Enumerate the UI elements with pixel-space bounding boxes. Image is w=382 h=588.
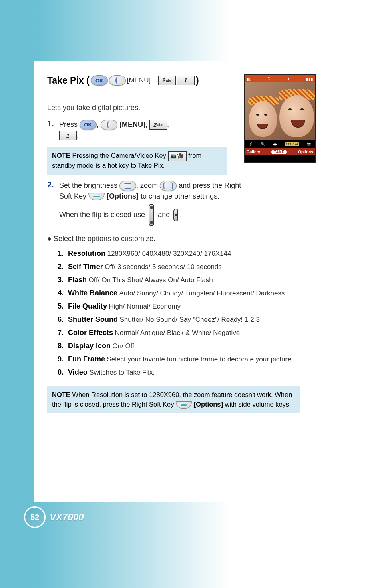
option-title: Display Icon [68, 342, 111, 350]
leftright-nav-key-icon [160, 181, 177, 191]
note-box-2: NOTE When Resolution is set to 1280X960,… [47, 386, 300, 413]
section-title-prefix: Take Pix ( [47, 75, 90, 86]
option-desc: 1280X960/ 640X480/ 320X240/ 176X144 [107, 250, 231, 257]
option-item: 5. File Quality High/ Normal/ Economy [57, 302, 313, 311]
viewfinder: ⚡ 🔍 ◀▶ 176x144 📷 [245, 82, 315, 148]
viewfinder-toolbar: ⚡ 🔍 ◀▶ 176x144 📷 [245, 140, 315, 148]
step1-word-press: Press [59, 120, 78, 128]
controls-hint-a: When the flip is closed use [59, 211, 145, 219]
option-title: Color Effects [68, 329, 113, 337]
camera-video-key-icon: 📷/🎥 [168, 151, 187, 161]
option-title: Shutter Sound [68, 315, 118, 323]
option-item: 9. Fun Frame Select your favorite fun pi… [57, 355, 313, 363]
softkey-center-label: TAKE [271, 150, 287, 154]
key-2-digit: 2 [162, 77, 165, 84]
side-volume-key-icon [149, 204, 154, 226]
step-number: 1. [47, 119, 55, 141]
key-1-digit: 1 [184, 77, 187, 84]
note-label: NOTE [52, 152, 70, 159]
section-title-suffix: ) [196, 75, 199, 86]
option-desc: Auto/ Sunny/ Cloudy/ Tungsten/ Fluoresce… [119, 289, 285, 297]
ok-key-label: OK [95, 78, 103, 84]
step-1: 1. Press OK , [MENU], 2 abc , 1 . [47, 119, 231, 141]
updown-nav-key-icon [119, 181, 136, 191]
note2-text-b: with side volume keys. [225, 401, 291, 408]
right-soft-key-icon [176, 401, 192, 409]
model-label: VX7000 [50, 512, 84, 523]
intro-text: Lets you take digital pictures. [47, 102, 227, 114]
option-item: 4. White Balance Auto/ Sunny/ Cloudy/ Tu… [57, 289, 313, 297]
option-desc: On/ Off [112, 342, 134, 350]
option-item: 2. Self Timer Off/ 3 seconds/ 5 seconds/… [57, 263, 313, 271]
page-footer: 52 VX7000 [24, 506, 84, 528]
data-icon: D [267, 77, 270, 81]
zoom-icon: 🔍 [261, 142, 265, 146]
options-label: [Options] [194, 401, 223, 408]
option-title: Resolution [68, 249, 105, 257]
phone-softkey-bar: Gallery TAKE Options [245, 148, 315, 155]
softkey-left-label: Gallery [247, 150, 260, 154]
step2-a3: and press the Right [179, 181, 241, 189]
option-item: 1. Resolution 1280X960/ 640X480/ 320X240… [57, 249, 313, 258]
step-text: Set the brightness , zoom and press the … [59, 180, 241, 226]
key-2-icon: 2 abc [158, 76, 176, 85]
location-icon: ✦ [287, 77, 290, 81]
phone-screenshot: ▮▯ D ✦ ▮▮▮ ⚡ 🔍 ◀▶ 176x144 📷 Ga [244, 74, 316, 163]
note-text-a: Pressing the Camera/Video Key [72, 152, 166, 159]
ok-key-icon: OK [80, 120, 97, 130]
option-desc: Switches to Take Flix. [89, 369, 155, 376]
option-desc: Off/ On This Shot/ Always On/ Auto Flash [88, 276, 213, 284]
options-lead: ● Select the options to customize. [47, 233, 360, 245]
step2-softkey-word: Soft Key [59, 192, 86, 200]
option-number: 8. [58, 342, 65, 350]
ok-key-icon: OK [91, 75, 108, 86]
controls-hint-mid: and [158, 211, 170, 219]
option-item: 3. Flash Off/ On This Shot/ Always On/ A… [57, 276, 313, 284]
option-item: 6. Shutter Sound Shutter/ No Sound/ Say … [57, 315, 313, 324]
camera-mode-icon: 📷 [307, 142, 311, 146]
options-label: [Options] [107, 192, 139, 200]
side-camera-key-icon [173, 209, 178, 221]
key-2-icon: 2 abc [149, 120, 167, 130]
option-number: 1. [58, 249, 65, 258]
option-title: File Quality [68, 302, 107, 310]
option-number: 3. [58, 276, 65, 284]
note-box-1: NOTE Pressing the Camera/Video Key 📷/🎥 f… [47, 147, 227, 175]
menu-label: [MENU] [119, 120, 145, 128]
option-desc: Normal/ Antique/ Black & White/ Negative [115, 329, 240, 337]
step-number: 2. [47, 180, 55, 226]
option-item: 7. Color Effects Normal/ Antique/ Black … [57, 329, 313, 337]
option-title: Fun Frame [68, 355, 105, 363]
option-title: Flash [68, 276, 87, 284]
option-desc: Off/ 3 seconds/ 5 seconds/ 10 seconds [105, 263, 222, 271]
option-desc: High/ Normal/ Economy [109, 303, 181, 310]
key-2-sub: abc [166, 78, 172, 82]
note-label: NOTE [52, 391, 70, 398]
option-item: 8. Display Icon On/ Off [57, 342, 313, 350]
battery-icon: ▮▮▮ [306, 77, 313, 81]
option-title: Video [68, 368, 88, 376]
signal-icon: ▮▯ [247, 77, 251, 81]
option-number: 7. [58, 329, 65, 337]
option-number: 6. [58, 315, 65, 324]
option-number: 9. [58, 355, 65, 363]
key-2-sub: abc [157, 122, 163, 128]
page-number: 52 [24, 506, 46, 528]
step-2: 2. Set the brightness , zoom and press t… [47, 180, 304, 226]
left-nav-key-icon [109, 75, 126, 86]
key-1-icon: 1 [59, 131, 77, 140]
step-text: Press OK , [MENU], 2 abc , 1 . [59, 119, 169, 141]
resolution-chip: 176x144 [285, 142, 299, 146]
option-number: 2. [58, 263, 65, 271]
option-number: 5. [58, 302, 65, 311]
option-item: 0. Video Switches to Take Flix. [57, 368, 313, 377]
left-nav-key-icon [101, 120, 117, 130]
option-desc: Shutter/ No Sound/ Say "Cheez"/ Ready! 1… [119, 316, 259, 323]
option-number: 4. [58, 289, 65, 297]
key-1-digit: 1 [66, 132, 70, 140]
menu-label: [MENU] [127, 76, 151, 84]
key-1-icon: 1 [177, 76, 195, 85]
option-title: White Balance [68, 289, 117, 297]
softkey-right-label: Options [298, 150, 313, 154]
phone-status-bar: ▮▯ D ✦ ▮▮▮ [245, 75, 315, 82]
